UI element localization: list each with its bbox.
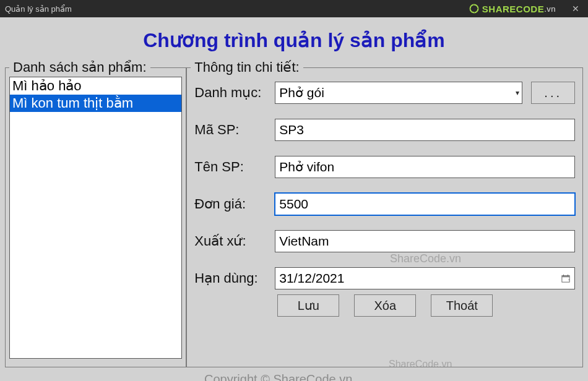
list-item[interactable]: Mì kon tum thịt bằm <box>10 95 181 112</box>
save-button[interactable]: Lưu <box>277 294 339 317</box>
expiry-label: Hạn dùng: <box>194 270 275 286</box>
titlebar: Quản lý sản phẩm SHARECODE.vn ✕ <box>0 0 588 17</box>
name-input[interactable] <box>275 156 575 178</box>
detail-group: Thông tin chi tiết: Danh mục: Phở gói ▾ … <box>186 59 583 367</box>
category-value: Phở gói <box>279 85 324 100</box>
chevron-down-icon: ▾ <box>516 88 519 97</box>
exit-button[interactable]: Thoát <box>431 294 493 317</box>
delete-button[interactable]: Xóa <box>354 294 416 317</box>
expiry-value: 31/12/2021 <box>279 271 344 286</box>
price-input[interactable] <box>275 193 575 215</box>
sharecode-logo: SHARECODE.vn <box>469 3 556 14</box>
page-title: Chương trình quản lý sản phẩm <box>0 17 588 59</box>
detail-legend: Thông tin chi tiết: <box>191 59 303 75</box>
list-item[interactable]: Mì hảo hảo <box>10 77 181 95</box>
calendar-icon[interactable] <box>561 273 571 283</box>
product-listbox[interactable]: Mì hảo hảo Mì kon tum thịt bằm <box>9 77 182 359</box>
product-list-group: Danh sách sản phẩm: Mì hảo hảo Mì kon tu… <box>5 59 186 367</box>
svg-rect-1 <box>562 276 569 278</box>
category-browse-button[interactable]: ... <box>531 82 575 104</box>
code-input[interactable] <box>275 119 575 141</box>
logo-text: SHARECODE <box>482 4 544 14</box>
origin-input[interactable] <box>275 230 575 252</box>
window-title: Quản lý sản phẩm <box>5 4 72 14</box>
recycle-icon <box>469 3 480 14</box>
expiry-datepicker[interactable]: 31/12/2021 <box>275 267 575 289</box>
logo-suffix: .vn <box>544 4 556 14</box>
name-label: Tên SP: <box>194 159 275 175</box>
price-label: Đơn giá: <box>194 196 275 212</box>
close-icon[interactable]: ✕ <box>568 1 583 16</box>
window-body: Chương trình quản lý sản phẩm Danh sách … <box>0 17 588 381</box>
code-label: Mã SP: <box>194 122 275 138</box>
category-combobox[interactable]: Phở gói ▾ <box>275 82 522 104</box>
origin-label: Xuất xứ: <box>194 233 275 249</box>
product-list-legend: Danh sách sản phẩm: <box>9 59 150 75</box>
category-label: Danh mục: <box>194 85 275 101</box>
